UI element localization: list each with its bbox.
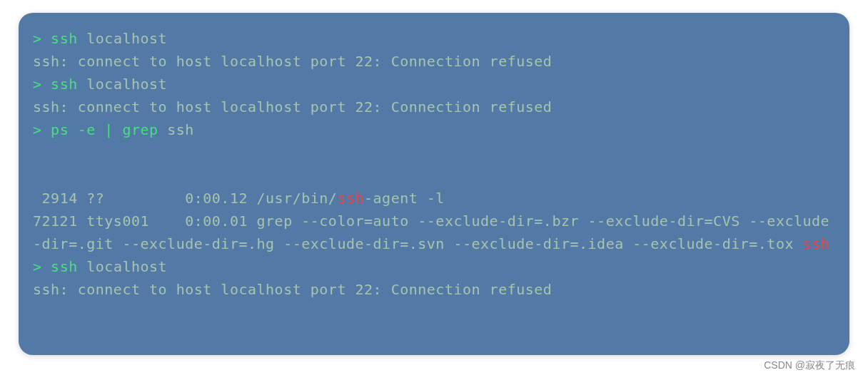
command: ssh xyxy=(51,30,86,47)
command-line[interactable]: > ssh localhost xyxy=(33,255,835,278)
prompt: > xyxy=(33,30,51,47)
argument: localhost xyxy=(86,30,167,47)
output-line: ssh: connect to host localhost port 22: … xyxy=(33,50,835,73)
output-line: ssh: connect to host localhost port 22: … xyxy=(33,96,835,118)
grep-match: ssh xyxy=(803,235,830,252)
blank-line xyxy=(33,141,835,164)
output-line: 2914 ?? 0:00.12 /usr/bin/ssh-agent -l xyxy=(33,187,835,210)
prompt: > xyxy=(33,258,51,275)
argument: ssh xyxy=(167,121,194,138)
grep-match: ssh xyxy=(337,190,364,207)
prompt: > xyxy=(33,121,51,138)
output-line: 72121 ttys001 0:00.01 grep --color=auto … xyxy=(33,210,835,255)
command: ps -e | grep xyxy=(51,121,167,138)
terminal-window: > ssh localhost ssh: connect to host loc… xyxy=(19,13,849,355)
command-line[interactable]: > ssh localhost xyxy=(33,73,835,96)
output-line: ssh: connect to host localhost port 22: … xyxy=(33,278,835,301)
command: ssh xyxy=(51,258,86,275)
command-line[interactable]: > ssh localhost xyxy=(33,27,835,50)
command-line[interactable]: > ps -e | grep ssh xyxy=(33,118,835,141)
argument: localhost xyxy=(86,76,167,93)
argument: localhost xyxy=(86,258,167,275)
command: ssh xyxy=(51,76,86,93)
blank-line xyxy=(33,164,835,187)
watermark: CSDN @寂夜了无痕 xyxy=(764,359,855,372)
prompt: > xyxy=(33,76,51,93)
